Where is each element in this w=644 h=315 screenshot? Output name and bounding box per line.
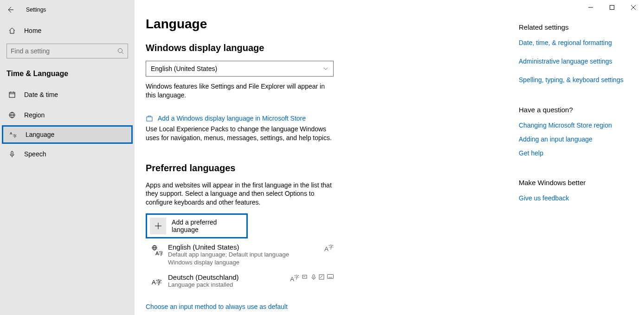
feedback-link[interactable]: Give us feedback [519, 194, 569, 202]
display-language-heading: Windows display language [146, 43, 480, 53]
search-field[interactable] [11, 47, 117, 55]
clock-icon [8, 91, 16, 98]
display-language-feature-icon: A字 [324, 244, 334, 252]
language-sub1: Language pack installed [168, 281, 239, 289]
category-label: Time & Language [0, 65, 135, 84]
tts-feature-icon [302, 274, 309, 283]
search-icon [117, 48, 124, 54]
language-glyph-icon: A字 [148, 273, 166, 286]
sidebar-item-label: Region [16, 111, 45, 119]
chevron-down-icon [323, 66, 328, 71]
store-language-link[interactable]: Add a Windows display language in Micros… [146, 115, 480, 122]
svg-text:字: 字 [13, 134, 17, 138]
svg-rect-30 [328, 275, 334, 279]
handwriting-feature-icon [319, 274, 324, 283]
store-helper: Use Local Experience Packs to change the… [146, 125, 334, 142]
add-preferred-language-button[interactable]: Add a preferred language [146, 213, 248, 238]
language-entry-english[interactable]: A字 English (United States) Default app l… [146, 238, 334, 269]
question-heading: Have a question? [519, 106, 625, 114]
svg-rect-29 [319, 275, 324, 279]
store-link-label: Add a Windows display language in Micros… [158, 115, 306, 122]
home-icon [8, 27, 16, 34]
display-language-dropdown[interactable]: English (United States) [146, 61, 334, 77]
svg-text:A: A [10, 131, 13, 135]
related-link-admin[interactable]: Administrative language settings [519, 57, 612, 65]
page-title: Language [146, 17, 480, 32]
question-link-store-region[interactable]: Changing Microsoft Store region [519, 121, 612, 129]
microphone-icon [8, 150, 16, 158]
globe-icon [8, 111, 16, 119]
right-panel: Related settings Date, time, & regional … [519, 17, 625, 306]
svg-point-5 [118, 49, 122, 53]
sidebar-item-language[interactable]: A字 Language [2, 125, 133, 144]
question-link-help[interactable]: Get help [519, 149, 543, 157]
sidebar: Settings Home Time & Language Date & tim… [0, 0, 135, 315]
home-label: Home [16, 27, 41, 34]
store-icon [146, 115, 153, 122]
language-sub2: Windows display language [168, 259, 289, 267]
language-sub1: Default app language; Default input lang… [168, 251, 289, 259]
window-controls [580, 0, 644, 15]
display-language-helper: Windows features like Settings and File … [146, 82, 334, 100]
back-button[interactable] [0, 0, 20, 19]
language-name: English (United States) [168, 243, 289, 251]
sidebar-item-label: Date & time [16, 91, 58, 98]
sidebar-item-region[interactable]: Region [0, 105, 135, 125]
preferred-helper: Apps and websites will appear in the fir… [146, 181, 334, 207]
svg-rect-27 [313, 275, 315, 277]
language-entry-german[interactable]: A字 Deutsch (Deutschland) Language pack i… [146, 269, 334, 291]
maximize-button[interactable] [601, 0, 623, 15]
dropdown-value: English (United States) [151, 65, 217, 72]
question-link-input-lang[interactable]: Adding an input language [519, 135, 592, 143]
close-button[interactable] [623, 0, 644, 15]
related-heading: Related settings [519, 23, 625, 31]
speech-feature-icon [311, 274, 316, 283]
svg-rect-7 [9, 92, 15, 97]
related-link-spelling[interactable]: Spelling, typing, & keyboard settings [519, 76, 624, 84]
sidebar-item-label: Speech [16, 150, 46, 158]
sidebar-item-date-time[interactable]: Date & time [0, 84, 135, 105]
add-language-label: Add a preferred language [172, 219, 244, 233]
language-icon: A字 [10, 131, 17, 138]
home-button[interactable]: Home [0, 21, 135, 40]
minimize-button[interactable] [580, 0, 601, 15]
language-name: Deutsch (Deutschland) [168, 273, 239, 281]
keyboard-feature-icon [327, 274, 334, 283]
svg-rect-1 [610, 6, 614, 10]
preferred-heading: Preferred languages [146, 163, 480, 174]
settings-title: Settings [20, 6, 46, 13]
sidebar-item-speech[interactable]: Speech [0, 144, 135, 164]
svg-text:A字: A字 [155, 251, 163, 256]
better-heading: Make Windows better [519, 179, 625, 186]
svg-rect-18 [147, 117, 152, 121]
svg-rect-16 [11, 151, 13, 154]
sidebar-item-label: Language [17, 131, 54, 138]
input-method-label: Choose an input method to always use as … [146, 303, 288, 310]
language-glyph-icon: A字 [148, 243, 166, 256]
input-method-link[interactable]: Choose an input method to always use as … [146, 303, 480, 310]
svg-text:A字: A字 [152, 279, 162, 286]
search-input[interactable] [6, 44, 128, 58]
svg-line-6 [122, 52, 124, 54]
plus-icon [150, 218, 166, 234]
display-language-feature-icon: A字 [290, 274, 299, 283]
related-link-date-time[interactable]: Date, time, & regional formatting [519, 39, 612, 47]
